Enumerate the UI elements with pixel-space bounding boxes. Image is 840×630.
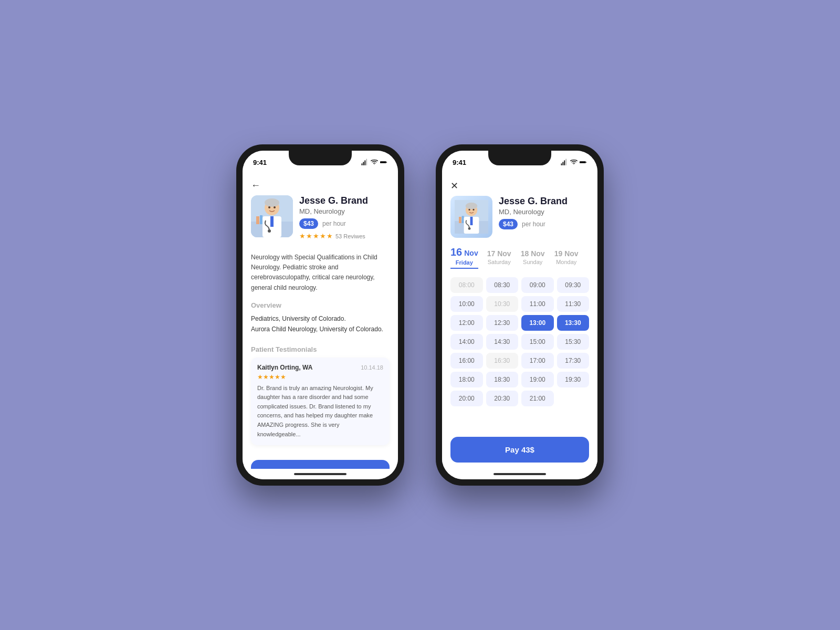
time-slot-0900[interactable]: 09:00 bbox=[521, 277, 554, 293]
testimonial-date: 10.14.18 bbox=[361, 364, 383, 371]
cal-date-16: 16 bbox=[450, 246, 462, 258]
pay-button[interactable]: Pay 43$ bbox=[450, 437, 589, 463]
time-slot-2000[interactable]: 20:00 bbox=[450, 391, 483, 406]
doctor-avatar-image-2 bbox=[455, 200, 488, 234]
time-slot-0930[interactable]: 09:30 bbox=[557, 277, 590, 293]
phone-2: 9:41 ✕ bbox=[436, 144, 604, 486]
signal-icon-2 bbox=[561, 159, 568, 166]
time-slot-1300[interactable]: 13:00 bbox=[521, 315, 554, 331]
time-slot-0800[interactable]: 08:00 bbox=[450, 277, 483, 293]
overview-content: Pediatrics, University of Colorado. Auro… bbox=[243, 311, 398, 341]
back-button[interactable]: ← bbox=[251, 180, 260, 191]
time-slot-1800[interactable]: 18:00 bbox=[450, 372, 483, 387]
svg-rect-3 bbox=[366, 159, 367, 165]
doctor-name-2: Jesse G. Brand bbox=[499, 196, 589, 207]
testimonials-title: Patient Testimonials bbox=[243, 341, 398, 358]
notch-1 bbox=[289, 151, 352, 165]
calendar-header: 16 Nov Friday 17 Nov Saturday 18 Nov Sun… bbox=[442, 244, 597, 275]
overview-title: Overview bbox=[243, 299, 398, 311]
time-slot-1200[interactable]: 12:00 bbox=[450, 315, 483, 331]
home-bar-2 bbox=[494, 473, 546, 475]
time-slot-1130[interactable]: 11:30 bbox=[557, 296, 590, 312]
svg-rect-18 bbox=[561, 163, 562, 165]
time-slot-1730[interactable]: 17:30 bbox=[557, 353, 590, 369]
time-slot-1430[interactable]: 14:30 bbox=[486, 334, 519, 350]
cal-month-16: Nov bbox=[464, 249, 478, 257]
time-slot-2030[interactable]: 20:30 bbox=[486, 391, 519, 406]
overview-line-2: Aurora Child Neurology, University of Co… bbox=[251, 324, 390, 334]
time-slot-1700[interactable]: 17:00 bbox=[521, 353, 554, 369]
review-count: 53 Reviwes bbox=[335, 233, 365, 239]
cal-date-18: 18 Nov bbox=[521, 249, 545, 258]
cal-day-19[interactable]: 19 Nov Monday bbox=[554, 249, 579, 265]
doctor-description: Neurology with Special Qualifications in… bbox=[243, 246, 398, 299]
svg-rect-21 bbox=[565, 159, 566, 165]
cal-date-row-16: 16 Nov bbox=[450, 246, 478, 258]
status-time-1: 9:41 bbox=[253, 159, 267, 166]
time-row-3: 12:00 12:30 13:00 13:30 bbox=[450, 315, 589, 331]
svg-rect-22 bbox=[580, 161, 586, 163]
cal-weekday-18: Sunday bbox=[523, 259, 542, 265]
time-slot-1030[interactable]: 10:30 bbox=[486, 296, 519, 312]
svg-rect-34 bbox=[470, 217, 473, 225]
svg-rect-1 bbox=[363, 162, 364, 165]
time-row-5: 16:00 16:30 17:00 17:30 bbox=[450, 353, 589, 369]
time-slot-1500[interactable]: 15:00 bbox=[521, 334, 554, 350]
svg-rect-8 bbox=[256, 216, 259, 224]
time-slot-1600[interactable]: 16:00 bbox=[450, 353, 483, 369]
time-slot-1330[interactable]: 13:30 bbox=[557, 315, 590, 331]
testimonial-author: Kaitlyn Orting, WA bbox=[257, 364, 312, 371]
time-row-6: 18:00 18:30 19:00 19:30 bbox=[450, 372, 589, 387]
testimonial-card: Kaitlyn Orting, WA 10.14.18 ★★★★★ Dr. Br… bbox=[251, 358, 390, 446]
svg-point-12 bbox=[265, 198, 279, 207]
price-badge: $43 bbox=[299, 218, 318, 229]
rating-row: ★★★★★ 53 Reviwes bbox=[299, 232, 390, 240]
wifi-icon bbox=[371, 159, 378, 166]
testimonial-text: Dr. Brand is truly an amazing Neurologis… bbox=[257, 384, 383, 439]
phone-1-screen: 9:41 ← bbox=[243, 151, 398, 479]
time-slot-1400[interactable]: 14:00 bbox=[450, 334, 483, 350]
home-bar-1 bbox=[294, 473, 346, 475]
time-slot-1830[interactable]: 18:30 bbox=[486, 372, 519, 387]
time-slot-1900[interactable]: 19:00 bbox=[521, 372, 554, 387]
time-slot-1100[interactable]: 11:00 bbox=[521, 296, 554, 312]
testimonial-header: Kaitlyn Orting, WA 10.14.18 bbox=[257, 364, 383, 371]
doctor-photo bbox=[251, 195, 293, 237]
time-row-2: 10:00 10:30 11:00 11:30 bbox=[450, 296, 589, 312]
cal-weekday-19: Monday bbox=[556, 259, 576, 265]
overview-line-1: Pediatrics, University of Colorado. bbox=[251, 313, 390, 324]
time-row-1: 08:00 08:30 09:00 09:30 bbox=[450, 277, 589, 293]
svg-rect-2 bbox=[364, 161, 365, 165]
phone-2-content: ✕ bbox=[442, 174, 597, 469]
phones-container: 9:41 ← bbox=[215, 123, 625, 507]
doctor-info: Jesse G. Brand MD, Neurology $43 per hou… bbox=[299, 195, 390, 240]
price-row-2: $43 per hour bbox=[499, 219, 589, 229]
svg-rect-27 bbox=[462, 216, 464, 223]
cal-weekday-16: Friday bbox=[456, 259, 473, 266]
cal-day-17[interactable]: 17 Nov Saturday bbox=[487, 249, 512, 265]
make-appointment-button[interactable]: Make an appointment bbox=[251, 460, 390, 469]
notch-2 bbox=[488, 151, 551, 165]
wifi-icon-2 bbox=[570, 159, 578, 166]
time-slot-1530[interactable]: 15:30 bbox=[557, 334, 590, 350]
time-slot-1630[interactable]: 16:30 bbox=[486, 353, 519, 369]
time-slot-0830[interactable]: 08:30 bbox=[486, 277, 519, 293]
time-slot-1230[interactable]: 12:30 bbox=[486, 315, 519, 331]
status-bar-1: 9:41 bbox=[243, 151, 398, 174]
doctor-header-2: Jesse G. Brand MD, Neurology $43 per hou… bbox=[442, 196, 597, 244]
phone-1-content: ← bbox=[243, 174, 398, 469]
cal-date-19: 19 Nov bbox=[554, 249, 579, 258]
svg-point-32 bbox=[472, 209, 474, 211]
battery-icon bbox=[380, 159, 387, 166]
cal-day-16[interactable]: 16 Nov Friday bbox=[450, 246, 478, 269]
time-slot-2100[interactable]: 21:00 bbox=[521, 391, 554, 406]
cal-day-18[interactable]: 18 Nov Sunday bbox=[520, 249, 545, 265]
time-slot-1000[interactable]: 10:00 bbox=[450, 296, 483, 312]
svg-rect-23 bbox=[586, 162, 586, 163]
time-slot-1930[interactable]: 19:30 bbox=[557, 372, 590, 387]
doctor-avatar-image bbox=[251, 195, 293, 237]
svg-rect-19 bbox=[563, 162, 564, 165]
status-bar-2: 9:41 bbox=[442, 151, 597, 174]
close-button[interactable]: ✕ bbox=[442, 174, 597, 196]
svg-rect-20 bbox=[564, 161, 565, 165]
